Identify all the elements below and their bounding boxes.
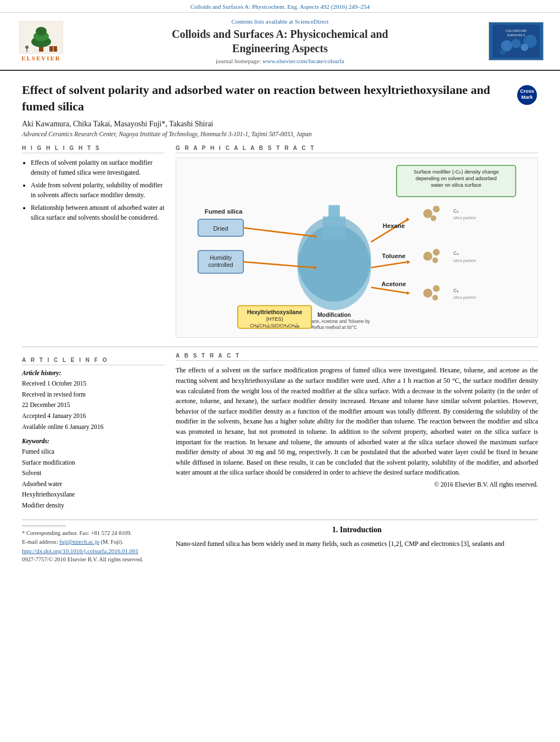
svg-text:C₄: C₄	[453, 252, 458, 256]
highlights-heading: H I G H L I G H T S	[22, 145, 165, 153]
highlights-section: H I G H L I G H T S Effects of solvent p…	[22, 145, 165, 338]
svg-point-58	[423, 289, 433, 298]
email-link[interactable]: fuji@nitech.ac.jp	[59, 539, 99, 545]
highlights-list: Effects of solvent polarity on surface m…	[22, 158, 165, 222]
svg-point-42	[423, 209, 433, 219]
svg-text:Cross: Cross	[520, 88, 534, 94]
email-line: E-mail address: fuji@nitech.ac.jp (M. Fu…	[22, 538, 165, 546]
article-dates: Received 1 October 2015 Received in revi…	[22, 378, 165, 432]
doi-line: http://dx.doi.org/10.1016/j.colsurfa.201…	[22, 546, 165, 556]
article-info-heading: A R T I C L E I N F O	[22, 357, 165, 365]
available-date: Available online 6 January 2016	[22, 422, 165, 433]
svg-text:controlled: controlled	[209, 263, 233, 269]
svg-rect-34	[328, 205, 340, 220]
svg-text:depending on solvent and adsor: depending on solvent and adsorbed	[416, 176, 497, 181]
intro-heading: 1. Introduction	[176, 526, 538, 534]
contents-line: Contents lists available at ScienceDirec…	[71, 18, 489, 25]
svg-text:silica particle: silica particle	[453, 295, 476, 300]
issn-line: 0927-7757/© 2016 Elsevier B.V. All right…	[22, 555, 165, 564]
accepted-date: Accepted 4 January 2016	[22, 411, 165, 422]
graphical-abstract-diagram: Surface modifier (-C₆) density change de…	[181, 163, 533, 333]
svg-text:Toluene: Toluene	[382, 253, 406, 259]
footnotes-col: * Corresponding author. Fax: +81 572 24 …	[22, 526, 165, 564]
elsevier-tree-icon	[19, 21, 63, 54]
article-title: Effect of solvent polarity and adsorbed …	[22, 82, 511, 114]
elsevier-logo: ELSEVIER	[11, 21, 71, 62]
journal-homepage: journal homepage: www.elsevier.com/locat…	[71, 58, 489, 64]
svg-text:Mark: Mark	[521, 94, 533, 100]
highlight-item-2: Aside from solvent polarity, solubility …	[31, 180, 165, 200]
svg-point-51	[433, 249, 439, 255]
keywords-section: Keywords: Fumed silica Surface modificat…	[22, 438, 165, 511]
journal-title: Colloids and Surfaces A: Physicochemical…	[71, 27, 489, 55]
svg-text:Reflux method at 50°C: Reflux method at 50°C	[311, 325, 357, 330]
svg-point-59	[433, 286, 439, 292]
svg-text:SURFACES A: SURFACES A	[507, 34, 525, 37]
top-bar: Colloids and Surfaces A: Physicochem. En…	[0, 0, 560, 13]
svg-text:(HTES): (HTES)	[266, 317, 283, 322]
doi-link[interactable]: http://dx.doi.org/10.1016/j.colsurfa.201…	[22, 548, 138, 554]
bottom-section: * Corresponding author. Fax: +81 572 24 …	[22, 520, 538, 564]
svg-point-5	[25, 46, 29, 49]
footnote-divider	[22, 526, 66, 526]
svg-text:Hexyltriethoxysilane: Hexyltriethoxysilane	[247, 309, 303, 315]
svg-text:Fumed silica: Fumed silica	[205, 208, 243, 215]
journal-center-info: Contents lists available at ScienceDirec…	[71, 18, 489, 64]
graphical-abstract-section: G R A P H I C A L A B S T R A C T Surfac…	[176, 145, 538, 338]
journal-header: ELSEVIER Contents lists available at Sci…	[0, 13, 560, 71]
svg-point-15	[500, 49, 506, 55]
keyword-4: Adsorbed water	[22, 479, 165, 490]
cover-art: COLLOIDS AND SURFACES A	[489, 25, 544, 58]
keyword-1: Fumed silica	[22, 447, 165, 458]
svg-text:C₂: C₂	[453, 288, 458, 293]
science-direct-link[interactable]: ScienceDirect	[295, 18, 329, 25]
svg-point-50	[423, 252, 433, 261]
copyright: © 2016 Elsevier B.V. All rights reserved…	[176, 480, 538, 490]
journal-cover-image: COLLOIDS AND SURFACES A	[489, 22, 549, 60]
svg-text:Dried: Dried	[213, 225, 228, 232]
received-date: Received 1 October 2015	[22, 378, 165, 389]
svg-text:Acetone: Acetone	[382, 281, 406, 288]
article-history-label: Article history:	[22, 370, 165, 376]
graphical-abstract-container: Surface modifier (-C₆) density change de…	[176, 158, 538, 338]
article-title-section: Effect of solvent polarity and adsorbed …	[22, 82, 538, 114]
svg-text:silica particle: silica particle	[453, 258, 476, 263]
article-info-section: A R T I C L E I N F O Article history: R…	[22, 357, 165, 511]
svg-point-60	[432, 295, 438, 300]
highlights-graphical-row: H I G H L I G H T S Effects of solvent p…	[22, 145, 538, 338]
article-info-abstract-row: A R T I C L E I N F O Article history: R…	[22, 353, 538, 511]
svg-text:C₆: C₆	[453, 209, 458, 214]
introduction-section: 1. Introduction Nano-sized fumed silica …	[176, 526, 538, 564]
svg-text:Surface modifier (-C₆) density: Surface modifier (-C₆) density change	[413, 169, 499, 175]
abstract-heading: A B S T R A C T	[176, 353, 538, 361]
keyword-5: Hexyltriethoxysilane	[22, 489, 165, 500]
svg-text:water on silica surface: water on silica surface	[430, 183, 481, 188]
svg-point-4	[36, 27, 47, 36]
email-label: E-mail address:	[22, 539, 58, 545]
svg-point-43	[433, 206, 439, 213]
elsevier-wordmark: ELSEVIER	[21, 55, 61, 62]
highlight-item-3: Relationship between amount of adsorbed …	[31, 203, 165, 222]
svg-text:Hexane: Hexane	[383, 222, 405, 229]
abstract-section: A B S T R A C T The effects of a solvent…	[176, 353, 538, 511]
email-suffix: (M. Fuji).	[101, 539, 124, 545]
keyword-3: Solvent	[22, 468, 165, 479]
svg-text:Modification: Modification	[317, 312, 351, 318]
svg-point-13	[511, 39, 520, 48]
abstract-text: The effects of a solvent on the surface …	[176, 365, 538, 489]
graphical-abstract-heading: G R A P H I C A L A B S T R A C T	[176, 145, 538, 153]
affiliation: Advanced Ceramics Research Center, Nagoy…	[22, 131, 538, 137]
keyword-6: Modifier density	[22, 500, 165, 511]
svg-text:Humidity: Humidity	[210, 255, 232, 261]
svg-rect-33	[323, 217, 345, 239]
svg-text:COLLOIDS AND: COLLOIDS AND	[506, 29, 527, 32]
journal-homepage-link[interactable]: www.elsevier.com/locate/colsurfa	[262, 58, 344, 64]
journal-citation: Colloids and Surfaces A: Physicochem. En…	[191, 3, 370, 10]
keywords-label: Keywords:	[22, 438, 165, 444]
section-divider	[22, 347, 538, 347]
keyword-2: Surface modification	[22, 458, 165, 468]
svg-point-44	[430, 215, 436, 221]
crossmark-icon[interactable]: Cross Mark	[516, 84, 538, 106]
svg-text:CH₃(CH₂)₅Si(OCH₂CH₃)₃: CH₃(CH₂)₅Si(OCH₂CH₃)₃	[250, 323, 299, 328]
authors: Aki Kawamura, Chika Takai, Masayoshi Fuj…	[22, 120, 538, 129]
